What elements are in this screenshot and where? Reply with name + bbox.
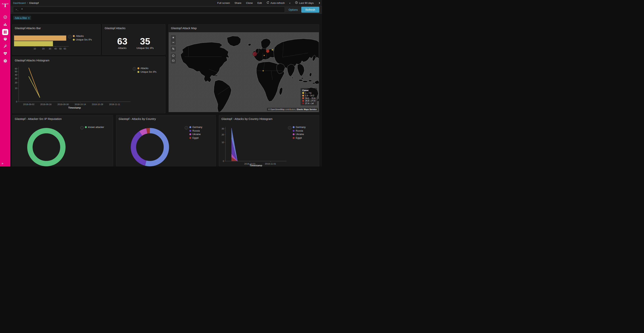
legend-item[interactable]: Russia <box>189 130 202 132</box>
legend-item[interactable]: Ukraine <box>189 133 202 136</box>
legend-item[interactable]: Attacks <box>138 67 156 70</box>
metric-label: Attacks <box>114 47 131 50</box>
legend-item[interactable]: Russia <box>293 130 306 132</box>
kibana-dashboard-screen: T » <box>0 0 322 167</box>
breadcrumb-dashboard-link[interactable]: Dashboard <box>13 2 26 5</box>
chart-legend: › GermanyRussiaUkraineEgypt <box>288 126 306 140</box>
legend-item[interactable]: Germany <box>293 126 306 129</box>
svg-text:Timestamp: Timestamp <box>68 107 81 109</box>
svg-text:40: 40 <box>15 74 17 76</box>
legend-item[interactable]: Ukraine <box>293 133 306 136</box>
logo-dot <box>2 4 3 4</box>
legend-item[interactable]: Egypt <box>189 137 202 139</box>
sidebar-item-dev-tools[interactable] <box>0 43 10 50</box>
openstreetmap-link[interactable]: © OpenStreetMap <box>268 108 284 111</box>
breadcrumb: Dashboard / Glastopf <box>13 2 39 5</box>
chart-legend: › AttacksUnique Src IPs <box>68 35 92 42</box>
legend-label: Ukraine <box>192 133 201 136</box>
share-button[interactable]: Share <box>234 2 242 5</box>
panel-title: Glastopf - Attacks by Country <box>116 115 216 122</box>
svg-text:2018-09-16: 2018-09-16 <box>40 103 52 106</box>
sidebar-item-monitoring[interactable] <box>0 50 10 58</box>
polygon-tool-button[interactable] <box>171 54 176 58</box>
telekom-logo[interactable]: T <box>0 0 10 11</box>
legend-toggle[interactable]: › <box>288 126 291 130</box>
zoom-out-button[interactable]: − <box>171 40 176 45</box>
svg-text:50: 50 <box>59 48 62 50</box>
sidebar-item-discover[interactable] <box>0 14 10 21</box>
sidebar-item-dashboard[interactable] <box>0 28 10 36</box>
metric-value: 35 <box>136 37 154 46</box>
legend-color-dot <box>293 133 294 135</box>
breadcrumb-current: Glastopf <box>29 2 39 5</box>
rectangle-tool-button[interactable] <box>171 59 176 63</box>
map-legend-range: 14.2 – 20.8 <box>305 97 315 99</box>
legend-label: Russia <box>192 130 200 132</box>
svg-text:2018-10-14: 2018-10-14 <box>74 103 86 106</box>
svg-text:10: 10 <box>222 141 224 143</box>
dashboard-icon <box>2 29 8 35</box>
legend-toggle[interactable]: › <box>133 67 136 71</box>
svg-text:40: 40 <box>54 48 57 50</box>
legend-item[interactable]: known attacker <box>85 126 104 129</box>
legend-item[interactable]: Egypt <box>293 137 306 139</box>
edit-button[interactable]: Edit <box>258 2 262 5</box>
metric-unique-src-ips: 35 Unique Src IPs <box>136 37 154 50</box>
legend-item[interactable]: Attacks <box>73 35 92 38</box>
legend-label: Unique Src IPs <box>76 39 92 41</box>
gear-icon <box>3 59 7 64</box>
time-forward-button[interactable]: › <box>319 1 320 5</box>
svg-text:2018-09-02: 2018-09-02 <box>23 103 34 106</box>
zoom-in-button[interactable]: + <box>171 35 176 40</box>
map-legend-range: 7.6 – 14.2 <box>305 95 314 97</box>
legend-item[interactable]: Germany <box>189 126 202 129</box>
time-range-button[interactable]: Last 90 days <box>295 1 314 5</box>
sidebar-item-timelion[interactable] <box>0 36 10 43</box>
map-legend-color-dot <box>302 95 304 97</box>
panel-src-ip-reputation: Glastopf - Attacker Src IP Reputation › … <box>12 115 113 167</box>
panel-title: Glastopf - Attacker Src IP Reputation <box>12 115 113 122</box>
attacks-histogram-chart: 01020304050602018-09-022018-09-162018-09… <box>12 57 165 113</box>
query-options-link[interactable]: Options <box>289 8 298 11</box>
chart-legend: › known attacker <box>80 126 104 130</box>
svg-text:20: 20 <box>15 82 17 84</box>
polygon-icon <box>172 54 174 58</box>
panel-attacks-histogram: Glastopf Attacks Histogram 0102030405060… <box>12 57 166 113</box>
svg-text:2018-11-01: 2018-11-01 <box>265 163 276 165</box>
wrench-icon <box>3 44 7 49</box>
clone-button[interactable]: Clone <box>246 2 253 5</box>
panel-title: Glastopf Attacks Bar <box>12 25 100 31</box>
sidebar-item-visualize[interactable] <box>0 21 10 28</box>
legend-color-dot <box>73 35 75 37</box>
sidebar-item-management[interactable] <box>0 58 10 65</box>
time-back-button[interactable]: ‹ <box>289 1 290 5</box>
sidebar-collapse-button[interactable]: » <box>0 162 12 165</box>
svg-text:0: 0 <box>223 160 224 162</box>
elastic-maps-service-link[interactable]: Elastic Maps Service <box>297 108 317 111</box>
legend-color-dot <box>293 130 294 132</box>
map-canvas[interactable]: + − Count 1 – 7.67.6 – 14.214.2 – 20.820… <box>169 32 319 112</box>
full-screen-button[interactable]: Full screen <box>217 2 230 5</box>
refresh-button[interactable]: Refresh <box>301 7 319 13</box>
svg-text:2018-10-28: 2018-10-28 <box>92 103 103 106</box>
svg-text:60: 60 <box>15 68 17 70</box>
metric-label: Unique Src IPs <box>136 47 154 50</box>
legend-item[interactable]: Unique Src IPs <box>73 39 92 41</box>
svg-text:30: 30 <box>15 77 17 80</box>
map-attribution: © OpenStreetMap contributors, Elastic Ma… <box>267 108 318 111</box>
legend-toggle[interactable]: › <box>80 126 84 130</box>
app-sidebar: T » <box>0 0 10 167</box>
svg-text:10: 10 <box>15 87 17 89</box>
logo-dot <box>8 4 8 4</box>
legend-toggle[interactable]: › <box>185 126 188 130</box>
search-query-input[interactable]: >_ * <box>13 7 285 13</box>
plus-icon: + <box>28 16 30 19</box>
legend-color-dot <box>189 130 191 132</box>
legend-item[interactable]: Unique Src IPs <box>138 71 156 73</box>
add-filter-button[interactable]: Add a filter+ <box>13 16 31 20</box>
legend-toggle[interactable]: › <box>68 35 72 38</box>
map-legend-range: 27.4 – 34 <box>305 102 314 105</box>
map-legend-color-dot <box>302 97 304 99</box>
auto-refresh-button[interactable]: Auto-refresh <box>266 1 284 5</box>
crop-tool-button[interactable] <box>171 47 176 51</box>
